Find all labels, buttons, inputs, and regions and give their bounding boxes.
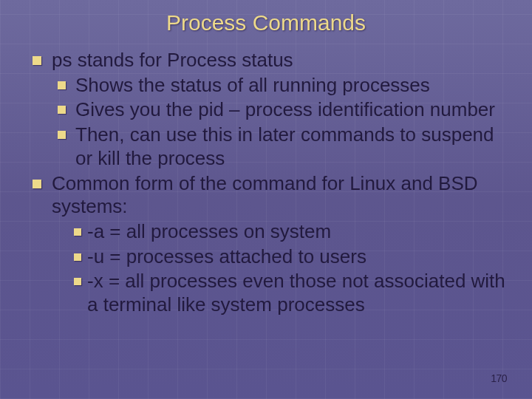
bullet-text: Gives you the pid – process identificati… (75, 98, 495, 120)
bullet-lvl1: Common form of the command for Linux and… (31, 172, 511, 317)
bullet-lvl1: ps stands for Process status Shows the s… (31, 49, 511, 171)
bullet-lvl3: -x = all processes even those not associ… (72, 270, 511, 316)
bullet-lvl2: Then, can use this in later commands to … (56, 123, 511, 170)
bullet-text: -x = all processes even those not associ… (87, 270, 505, 316)
bullet-text: ps stands for Process status (52, 49, 293, 71)
bullet-text: -u = processes attached to users (87, 245, 366, 267)
bullet-lvl3: -u = processes attached to users (72, 245, 511, 269)
slide-title: Process Commands (0, 0, 532, 35)
slide-content: ps stands for Process status Shows the s… (31, 49, 511, 318)
bullet-lvl3: -a = all processes on system (72, 220, 511, 244)
page-number: 170 (491, 372, 507, 384)
bullet-lvl2: Shows the status of all running processe… (56, 74, 511, 98)
slide: Process Commands ps stands for Process s… (0, 0, 532, 399)
bullet-text: -a = all processes on system (87, 220, 331, 242)
bullet-text: Then, can use this in later commands to … (75, 123, 494, 169)
bullet-lvl2: Gives you the pid – process identificati… (56, 98, 511, 122)
bullet-text: Common form of the command for Linux and… (52, 172, 478, 218)
bullet-text: Shows the status of all running processe… (75, 74, 430, 96)
